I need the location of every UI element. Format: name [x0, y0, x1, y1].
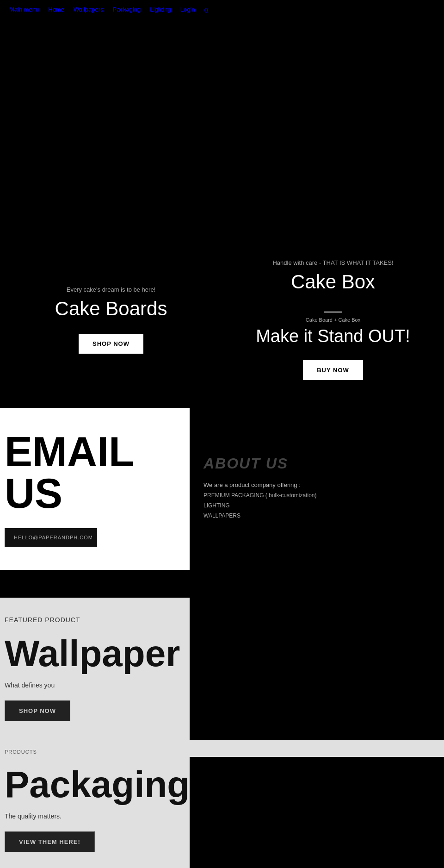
cake-box-combo: Cake Board + Cake Box	[306, 317, 360, 323]
about-item-2: LIGHTING	[204, 502, 430, 509]
email-heading-line1: EMAIL	[5, 429, 134, 475]
packaging-left: Packaging The quality matters. VIEW THEM…	[0, 757, 190, 868]
nav-packaging[interactable]: Packaging	[113, 6, 141, 13]
email-about-row: EMAIL US HELLO@PAPERANDPH.COM ABOUT US W…	[0, 408, 444, 570]
email-heading: EMAIL US	[5, 431, 176, 514]
packaging-image	[190, 757, 444, 868]
about-heading: ABOUT US	[204, 455, 430, 472]
cake-box-title: Cake Box	[291, 271, 375, 293]
featured-wallpaper-left: Featured Product Wallpaper What defines …	[0, 598, 190, 740]
about-intro: We are a product company offering :	[204, 481, 430, 488]
about-section: ABOUT US We are a product company offeri…	[190, 408, 444, 570]
cake-box-divider	[324, 312, 342, 312]
cake-boards-col: Every cake's dream is to be here! Cake B…	[0, 241, 222, 408]
hero-section	[0, 19, 444, 241]
navbar: Main menu Home Wallpapers Packaging Ligh…	[0, 0, 444, 19]
products-list-label: PRODUCTS	[0, 740, 444, 757]
featured-wallpaper-label: Featured Product	[5, 616, 180, 624]
cake-boards-subtitle: Every cake's dream is to be here!	[67, 286, 156, 293]
nav-lighting[interactable]: Lighting	[150, 6, 171, 13]
email-section: EMAIL US HELLO@PAPERANDPH.COM	[0, 408, 190, 570]
featured-wallpaper-row: Featured Product Wallpaper What defines …	[0, 598, 444, 740]
email-heading-line2: US	[5, 470, 62, 517]
featured-wallpaper-title: Wallpaper	[5, 635, 180, 672]
cake-box-col: Handle with care - THAT IS WHAT IT TAKES…	[222, 241, 444, 408]
cake-boards-shop-btn[interactable]: SHOP NOW	[79, 334, 143, 354]
products-list-label-wrapper: PRODUCTS	[0, 740, 444, 757]
packaging-view-btn[interactable]: VIEW THEM HERE!	[5, 831, 95, 852]
cake-boards-title: Cake Boards	[55, 298, 167, 320]
about-item-1: PREMIUM PACKAGING ( bulk-customization)	[204, 492, 430, 499]
packaging-tagline: The quality matters.	[5, 812, 180, 820]
nav-home[interactable]: Home	[48, 6, 64, 13]
nav-wallpapers[interactable]: Wallpapers	[74, 6, 104, 13]
packaging-row: Packaging The quality matters. VIEW THEM…	[0, 757, 444, 868]
cake-box-tagline: Make it Stand OUT!	[256, 326, 410, 346]
cake-box-subtitle: Handle with care - THAT IS WHAT IT TAKES…	[272, 259, 393, 266]
nav-main-menu[interactable]: Main menu	[9, 6, 39, 13]
packaging-title: Packaging	[5, 766, 180, 803]
featured-wallpaper-tagline: What defines you	[5, 681, 180, 689]
cake-box-buy-btn[interactable]: BUY NOW	[303, 360, 363, 380]
featured-wallpaper-image	[190, 598, 444, 740]
cart-icon[interactable]: 0	[204, 6, 208, 14]
about-item-3: WALLPAPERS	[204, 512, 430, 519]
featured-wallpaper-btn[interactable]: SHOP NOW	[5, 700, 70, 721]
products-row: Every cake's dream is to be here! Cake B…	[0, 241, 444, 408]
email-address-btn[interactable]: HELLO@PAPERANDPH.COM	[5, 528, 97, 547]
nav-login[interactable]: Login	[180, 6, 195, 13]
